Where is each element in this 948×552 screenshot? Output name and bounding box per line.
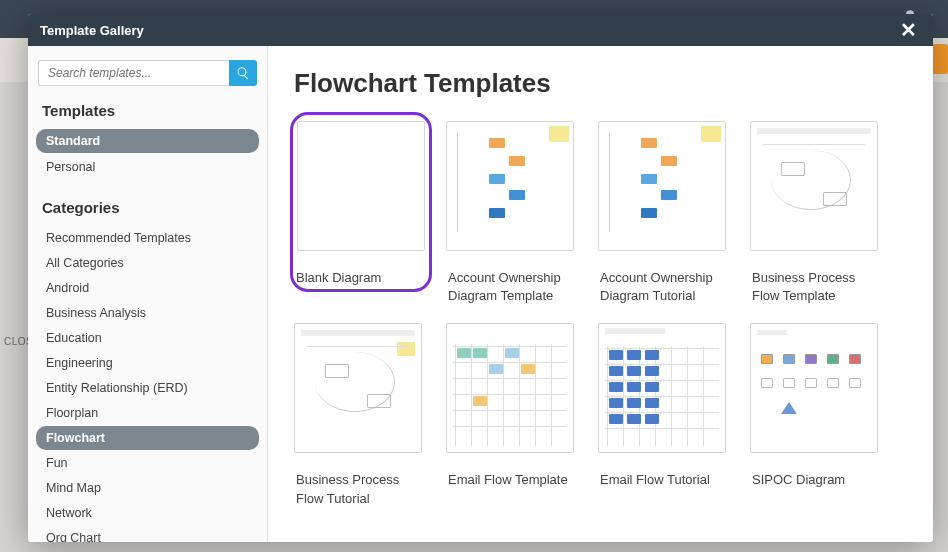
modal-titlebar: Template Gallery ✕ bbox=[28, 14, 933, 46]
template-label: Account Ownership Diagram Tutorial bbox=[598, 269, 736, 305]
template-type-standard[interactable]: Standard bbox=[36, 129, 259, 153]
categories-heading: Categories bbox=[28, 199, 267, 226]
template-label: Business Process Flow Template bbox=[750, 269, 888, 305]
template-thumbnail bbox=[750, 121, 878, 251]
category-item[interactable]: Education bbox=[36, 326, 259, 350]
category-item[interactable]: Business Analysis bbox=[36, 301, 259, 325]
category-item[interactable]: Network bbox=[36, 501, 259, 525]
search-icon bbox=[236, 66, 250, 80]
template-card[interactable]: Email Flow Tutorial bbox=[598, 323, 736, 507]
category-list: Recommended TemplatesAll CategoriesAndro… bbox=[28, 226, 267, 542]
template-grid: Blank DiagramAccount Ownership Diagram T… bbox=[294, 121, 907, 508]
template-gallery-modal: Template Gallery ✕ Templates StandardPer… bbox=[28, 14, 933, 542]
main-panel: Flowchart Templates Blank DiagramAccount… bbox=[268, 46, 933, 542]
template-label: Email Flow Template bbox=[446, 471, 584, 489]
template-card[interactable]: Blank Diagram bbox=[294, 121, 432, 305]
template-thumbnail bbox=[297, 121, 425, 251]
template-label: SIPOC Diagram bbox=[750, 471, 888, 489]
category-item[interactable]: All Categories bbox=[36, 251, 259, 275]
sidebar: Templates StandardPersonal Categories Re… bbox=[28, 46, 268, 542]
template-card[interactable]: Account Ownership Diagram Template bbox=[446, 121, 584, 305]
page-title: Flowchart Templates bbox=[294, 68, 907, 99]
category-item[interactable]: Org Chart bbox=[36, 526, 259, 542]
template-label: Account Ownership Diagram Template bbox=[446, 269, 584, 305]
template-label: Business Process Flow Tutorial bbox=[294, 471, 432, 507]
bg-orange-button bbox=[932, 44, 948, 74]
category-item[interactable]: Fun bbox=[36, 451, 259, 475]
template-thumbnail bbox=[446, 323, 574, 453]
template-thumbnail bbox=[598, 323, 726, 453]
template-card[interactable]: Business Process Flow Template bbox=[750, 121, 888, 305]
category-item[interactable]: Recommended Templates bbox=[36, 226, 259, 250]
template-thumbnail bbox=[750, 323, 878, 453]
template-card[interactable]: Business Process Flow Tutorial bbox=[294, 323, 432, 507]
template-thumbnail bbox=[446, 121, 574, 251]
category-item[interactable]: Flowchart bbox=[36, 426, 259, 450]
template-thumbnail bbox=[598, 121, 726, 251]
template-label: Email Flow Tutorial bbox=[598, 471, 736, 489]
template-card[interactable]: Account Ownership Diagram Tutorial bbox=[598, 121, 736, 305]
category-item[interactable]: Engineering bbox=[36, 351, 259, 375]
close-icon[interactable]: ✕ bbox=[896, 18, 921, 42]
category-item[interactable]: Floorplan bbox=[36, 401, 259, 425]
modal-title: Template Gallery bbox=[40, 23, 144, 38]
category-item[interactable]: Mind Map bbox=[36, 476, 259, 500]
search-input[interactable] bbox=[38, 60, 229, 86]
template-card[interactable]: Email Flow Template bbox=[446, 323, 584, 507]
category-item[interactable]: Entity Relationship (ERD) bbox=[36, 376, 259, 400]
template-type-list: StandardPersonal bbox=[28, 129, 267, 199]
template-card[interactable]: SIPOC Diagram bbox=[750, 323, 888, 507]
category-item[interactable]: Android bbox=[36, 276, 259, 300]
search-button[interactable] bbox=[229, 60, 257, 86]
template-type-personal[interactable]: Personal bbox=[36, 155, 259, 179]
templates-heading: Templates bbox=[28, 102, 267, 129]
template-thumbnail bbox=[294, 323, 422, 453]
